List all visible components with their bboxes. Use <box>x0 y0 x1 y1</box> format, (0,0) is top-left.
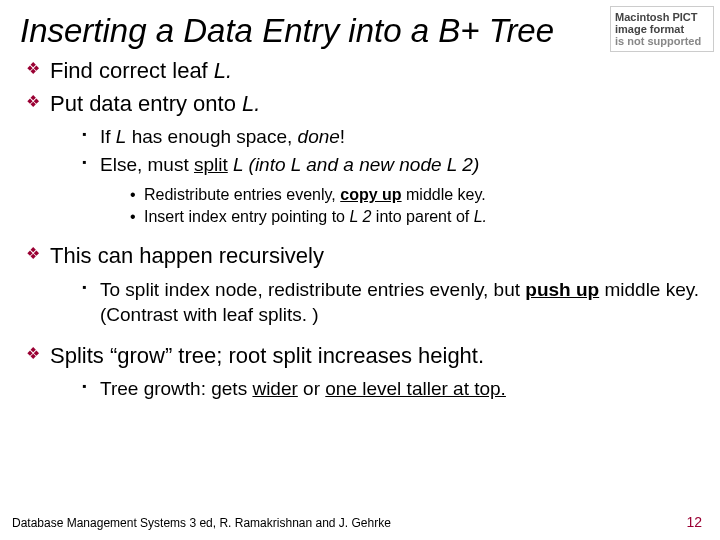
sub-tree-growth: Tree growth: gets wider or one level tal… <box>82 376 702 402</box>
missing-image-line1: Macintosh PICT <box>615 11 709 23</box>
bullet-list: Find correct leaf L. Put data entry onto… <box>26 57 702 402</box>
bullet-put-entry: Put data entry onto L. If L has enough s… <box>26 90 702 228</box>
sub-split-index: To split index node, redistribute entrie… <box>82 277 702 328</box>
bullet-find-leaf: Find correct leaf L. <box>26 57 702 86</box>
footer-text: Database Management Systems 3 ed, R. Ram… <box>12 516 391 530</box>
missing-image-line3: is not supported <box>615 35 709 47</box>
bullet-splits-grow: Splits “grow” tree; root split increases… <box>26 342 702 402</box>
sublist-recursive: To split index node, redistribute entrie… <box>82 277 702 328</box>
sub-else-split-text: Else, must split L (into L and a new nod… <box>100 154 479 175</box>
bullet-recursive-text: This can happen recursively <box>50 243 324 268</box>
subsub-split: Redistribute entries evenly, copy up mid… <box>130 184 702 228</box>
sub-if-space: If L has enough space, done! <box>82 124 702 150</box>
sublist-splits-grow: Tree growth: gets wider or one level tal… <box>82 376 702 402</box>
missing-image-placeholder: Macintosh PICT image format is not suppo… <box>610 6 714 52</box>
page-number: 12 <box>686 514 702 530</box>
bullet-splits-grow-text: Splits “grow” tree; root split increases… <box>50 343 484 368</box>
sub-else-split: Else, must split L (into L and a new nod… <box>82 152 702 228</box>
missing-image-line2: image format <box>615 23 709 35</box>
slide-title: Inserting a Data Entry into a B+ Tree <box>20 10 702 51</box>
subsub-redistribute: Redistribute entries evenly, copy up mid… <box>130 184 702 206</box>
subsub-insert-index: Insert index entry pointing to L 2 into … <box>130 206 702 228</box>
bullet-put-entry-text: Put data entry onto L. <box>50 91 260 116</box>
sublist-put-entry: If L has enough space, done! Else, must … <box>82 124 702 227</box>
bullet-recursive: This can happen recursively To split ind… <box>26 242 702 328</box>
